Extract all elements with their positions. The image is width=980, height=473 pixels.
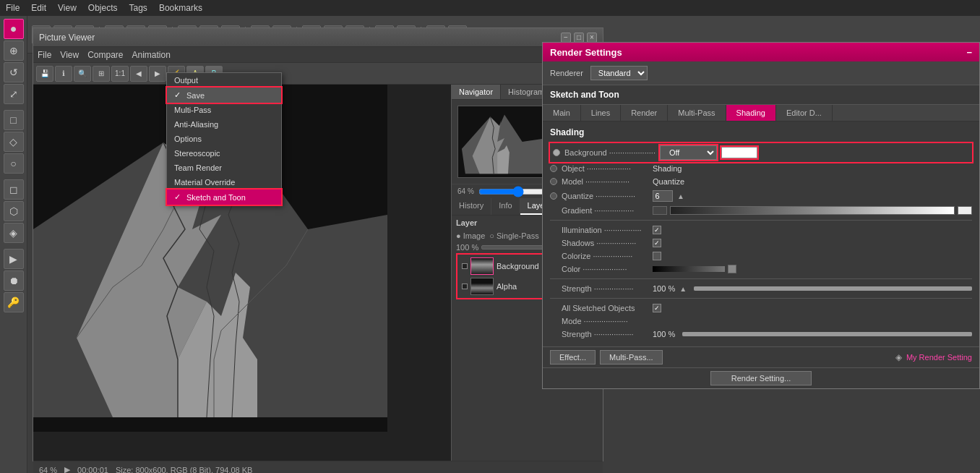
rs-tab-editord[interactable]: Editor D... — [776, 105, 833, 121]
menu-view[interactable]: View — [58, 3, 77, 13]
all-sketched-checkbox[interactable] — [653, 304, 661, 312]
pv-next-btn[interactable]: ▶ — [149, 66, 166, 82]
dd-options[interactable]: Options — [167, 132, 281, 146]
toolbar-edge[interactable]: ◇ — [4, 132, 24, 152]
pv-menu-view[interactable]: View — [60, 50, 79, 60]
quantize-input[interactable] — [653, 190, 673, 202]
rs-close-icon[interactable]: − — [966, 47, 972, 58]
dd-multipass-label: Multi-Pass — [174, 106, 211, 114]
layer-alpha-checkbox[interactable] — [462, 284, 468, 289]
dd-sketchandtoon[interactable]: Sketch and Toon — [167, 189, 281, 205]
pv-zoom-btn[interactable]: 🔍 — [74, 66, 91, 82]
layer-opt-single[interactable]: ○ Single-Pass — [489, 231, 538, 240]
toolbar-record[interactable]: ⏺ — [4, 270, 24, 291]
gradient-controls — [653, 206, 972, 215]
menu-bookmarks[interactable]: Bookmarks — [159, 3, 202, 13]
toolbar-select[interactable]: ⊕ — [4, 41, 24, 61]
toolbar-point[interactable]: ○ — [4, 153, 24, 174]
shadow-checkbox[interactable] — [653, 239, 661, 247]
pv-zoom-status: 64 % — [39, 466, 57, 474]
toolbar-anim[interactable]: ▶ — [4, 249, 24, 269]
shading-panel: Shading Background ·····················… — [543, 122, 979, 346]
pv-1to1-btn[interactable]: 1:1 — [111, 66, 129, 82]
toolbar-poly[interactable]: □ — [4, 110, 24, 130]
top-menubar: File Edit View Objects Tags Bookmarks — [0, 0, 980, 16]
model-radio[interactable] — [550, 178, 557, 185]
toolbar-move[interactable]: ● — [4, 19, 24, 39]
strength-slider[interactable] — [694, 286, 972, 291]
toolbar-rotate[interactable]: ↺ — [4, 62, 24, 82]
pv-menu-compare[interactable]: Compare — [87, 50, 123, 60]
effect-button[interactable]: Effect... — [550, 350, 596, 365]
shading-section-title: Shading — [550, 127, 972, 137]
pv-maximize-button[interactable]: □ — [574, 33, 584, 43]
shading-row-model: Model ···················· Quantize — [550, 175, 972, 188]
model-label: Model ···················· — [562, 177, 648, 186]
illum-checkbox[interactable] — [653, 226, 661, 234]
toolbar-mat[interactable]: ◈ — [4, 223, 24, 243]
dd-output-label: Output — [174, 76, 198, 85]
multipass-button[interactable]: Multi-Pass... — [600, 350, 663, 365]
dd-teamrender-label: Team Render — [174, 163, 222, 172]
menu-edit[interactable]: Edit — [31, 3, 46, 13]
menu-tags[interactable]: Tags — [129, 3, 147, 13]
gradient-bar[interactable] — [670, 206, 955, 215]
gradient-right-stop[interactable] — [958, 206, 972, 215]
shading-row-shadows: Shadows ·················· — [550, 236, 972, 250]
bg-select[interactable]: Off Shading — [660, 145, 717, 160]
toolbar-object[interactable]: ◻ — [4, 179, 24, 200]
pv-close-button[interactable]: × — [587, 33, 597, 43]
color-slider[interactable] — [653, 266, 725, 272]
pv-titlebar: Picture Viewer − □ × — [33, 28, 603, 47]
bg-color-preview[interactable] — [721, 147, 757, 158]
rs-renderer-select[interactable]: Standard — [590, 66, 648, 80]
rs-tab-lines[interactable]: Lines — [581, 105, 621, 121]
rs-tab-main[interactable]: Main — [543, 105, 581, 121]
dd-save[interactable]: Save — [167, 88, 281, 103]
picture-viewer-window: Picture Viewer − □ × File View Compare A… — [33, 27, 603, 461]
toolbar-scene[interactable]: ⬡ — [4, 201, 24, 221]
rs-tab-render[interactable]: Render — [621, 105, 668, 121]
rs-tab-shading[interactable]: Shading — [726, 105, 776, 121]
quantize-radio[interactable] — [550, 192, 557, 200]
obj-radio[interactable] — [550, 165, 557, 172]
dd-teamrender[interactable]: Team Render — [167, 161, 281, 175]
color-swatch[interactable] — [728, 265, 736, 273]
menu-objects[interactable]: Objects — [88, 3, 118, 13]
pv-tab-navigator[interactable]: Navigator — [452, 85, 501, 99]
dd-antialiasing[interactable]: Anti-Aliasing — [167, 117, 281, 132]
pv-info-btn[interactable]: ℹ — [55, 66, 72, 82]
layer-tab-history[interactable]: History — [452, 198, 491, 215]
toolbar-key[interactable]: 🔑 — [4, 292, 24, 312]
gradient-label: Gradient ·················· — [562, 206, 648, 215]
menu-file[interactable]: File — [6, 3, 20, 13]
bg-radio[interactable] — [553, 149, 560, 156]
shading-row-strength: Strength ·················· 100 % ▲ — [550, 282, 972, 295]
pv-minimize-button[interactable]: − — [561, 33, 571, 43]
pv-menu-animation[interactable]: Animation — [132, 50, 171, 60]
toolbar-scale[interactable]: ⤢ — [4, 84, 24, 104]
pv-prev-btn[interactable]: ◀ — [130, 66, 147, 82]
colorize-label: Colorize ·················· — [562, 252, 648, 260]
quantize-up-icon[interactable]: ▲ — [677, 192, 684, 200]
obj-value: Shading — [653, 164, 682, 173]
layer-tab-info[interactable]: Info — [491, 198, 520, 215]
layer-visibility-checkbox[interactable] — [462, 263, 468, 269]
dd-matoverride[interactable]: Material Override — [167, 175, 281, 189]
pv-fit-btn[interactable]: ⊞ — [93, 66, 110, 82]
pv-menu-file[interactable]: File — [38, 50, 51, 60]
dd-output[interactable]: Output — [167, 73, 281, 88]
dd-multipass[interactable]: Multi-Pass — [167, 103, 281, 117]
pv-save-btn[interactable]: 💾 — [36, 66, 53, 82]
rs-tab-multipass[interactable]: Multi-Pass — [668, 105, 726, 121]
strength2-slider[interactable] — [682, 332, 972, 336]
pv-play-btn[interactable]: ▶ — [64, 465, 70, 473]
gradient-left-stop[interactable] — [653, 206, 667, 215]
dd-stereo[interactable]: Stereoscopic — [167, 146, 281, 161]
strength-up-icon[interactable]: ▲ — [679, 285, 687, 293]
my-render-setting-link[interactable]: My Render Setting — [906, 353, 972, 362]
render-setting-button[interactable]: Render Setting... — [710, 371, 812, 385]
strength-label: Strength ·················· — [562, 284, 648, 293]
layer-opt-image[interactable]: ● Image — [456, 231, 485, 240]
colorize-checkbox[interactable] — [653, 252, 661, 260]
